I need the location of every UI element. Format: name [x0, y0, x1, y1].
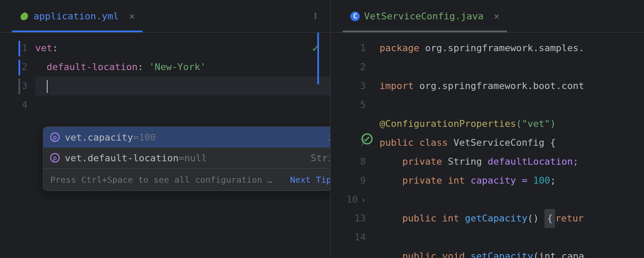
close-icon[interactable]: × — [129, 11, 135, 22]
completion-item-default-location[interactable]: p vet.default-location=null String — [43, 147, 330, 168]
tab-more-icon[interactable]: ⋯ — [310, 12, 322, 19]
tab-label: VetServiceConfig.java — [364, 11, 483, 22]
check-icon: ✓ — [312, 41, 319, 54]
tab-label: application.yml — [33, 11, 119, 22]
tab-indicator — [343, 31, 507, 32]
property-icon: p — [50, 153, 60, 163]
caret — [47, 80, 48, 93]
editor-left[interactable]: 1 2 3 4 ✓ vet: default-location: 'New-Yo… — [0, 33, 330, 258]
property-icon: p — [50, 132, 60, 142]
completion-hint: Press Ctrl+Space to see all configuratio… — [50, 175, 273, 185]
spring-icon — [20, 12, 29, 21]
completion-item-capacity[interactable]: p vet.capacity=100 int — [43, 127, 330, 147]
completion-popup: p vet.capacity=100 int p vet.default-loc… — [43, 126, 330, 191]
change-marker — [317, 33, 319, 84]
tab-vetserviceconfig[interactable]: C VetServiceConfig.java × — [343, 0, 507, 32]
tab-bar-right: C VetServiceConfig.java × — [331, 0, 644, 33]
gutter-left: 1 2 3 4 — [0, 33, 35, 258]
close-icon[interactable]: × — [494, 11, 499, 22]
tab-bar-left: application.yml × ⋯ — [0, 0, 330, 33]
fold-icon[interactable]: › — [361, 195, 366, 204]
next-tip-link[interactable]: Next Tip — [290, 175, 330, 185]
no-entry-icon — [361, 133, 373, 144]
completion-footer: Press Ctrl+Space to see all configuratio… — [43, 168, 330, 190]
class-icon: C — [350, 12, 360, 21]
code-area-right[interactable]: package org.springframework.samples. imp… — [374, 33, 644, 258]
tab-active-indicator — [12, 31, 143, 32]
tab-application-yml[interactable]: application.yml × — [12, 0, 143, 32]
gutter-right: 1 2 3 5 7 8 9 10› 13 14 — [331, 33, 374, 258]
editor-right[interactable]: 1 2 3 5 7 8 9 10› 13 14 package org.spri… — [331, 33, 644, 258]
